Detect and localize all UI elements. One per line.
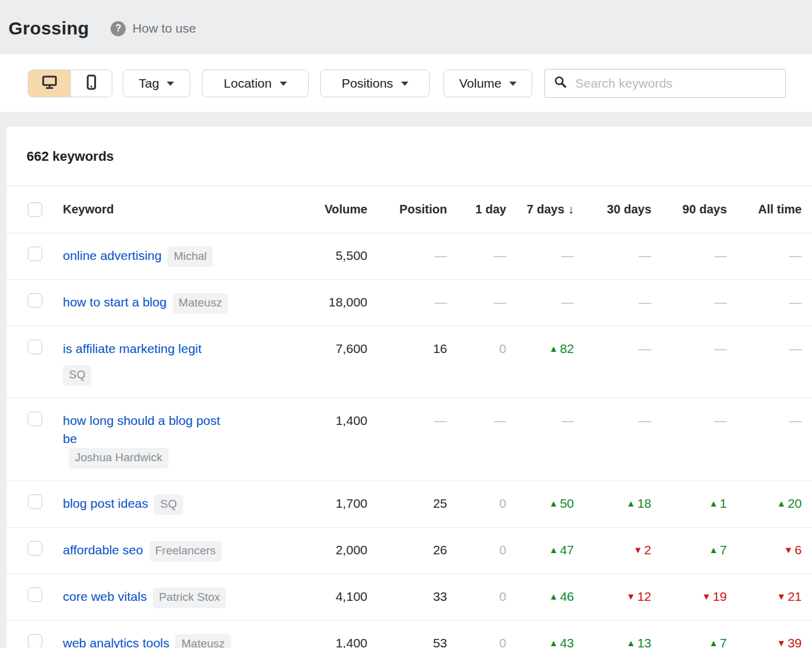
position-cell: 26	[367, 541, 447, 560]
row-checkbox[interactable]	[28, 247, 42, 261]
row-checkbox[interactable]	[28, 588, 42, 602]
keyword-tag: Patrick Stox	[153, 588, 226, 608]
keyword-cell: core web vitalsPatrick Stox	[63, 588, 288, 608]
keyword-tag: Joshua Hardwick	[69, 448, 169, 468]
row-checkbox[interactable]	[28, 340, 42, 354]
keyword-link[interactable]: is affiliate marketing legit	[63, 342, 202, 355]
keyword-link[interactable]: affordable seo	[63, 543, 143, 557]
alltime-change-cell: ▼6	[727, 541, 802, 560]
keyword-tag: SQ	[63, 365, 91, 386]
desktop-icon	[41, 74, 58, 92]
30days-change-cell: —	[574, 412, 651, 431]
column-header-volume[interactable]: Volume	[288, 202, 367, 216]
volume-cell: 1,700	[288, 494, 367, 513]
1day-change-cell: 0	[447, 541, 506, 560]
30days-change-cell: ▲18	[574, 494, 651, 514]
filter-toolbar: Tag Location Positions Volume	[0, 54, 812, 112]
7days-change-cell: ▲82	[506, 340, 574, 359]
7days-change-cell: ▲50	[506, 494, 574, 514]
column-header-alltime[interactable]: All time	[727, 202, 802, 216]
device-toggle-mobile[interactable]	[70, 70, 112, 97]
90days-change-cell: ▲7	[651, 634, 727, 648]
tag-filter-label: Tag	[139, 76, 160, 91]
position-cell: 33	[367, 588, 447, 607]
90days-change-cell: —	[651, 412, 727, 431]
volume-cell: 7,600	[288, 340, 367, 358]
row-checkbox[interactable]	[28, 494, 42, 509]
search-icon	[553, 75, 567, 91]
device-toggle-desktop[interactable]	[28, 70, 70, 97]
how-to-use-link[interactable]: ? How to use	[111, 21, 196, 36]
table-row: web analytics toolsMateusz 1,400 53 0 ▲4…	[7, 621, 812, 648]
column-header-1day[interactable]: 1 day	[447, 202, 506, 216]
question-mark-icon: ?	[111, 21, 126, 36]
trend-arrow-icon: ▲	[627, 638, 636, 648]
volume-cell: 1,400	[288, 634, 367, 648]
keyword-link[interactable]: online advertising	[63, 248, 161, 262]
90days-change-cell: —	[651, 247, 727, 266]
alltime-change-cell: —	[727, 247, 802, 266]
how-to-use-label: How to use	[132, 21, 196, 36]
7days-change-cell: —	[506, 412, 574, 431]
title-bar: Grossing ? How to use	[0, 0, 812, 54]
trend-arrow-icon: ▲	[709, 498, 718, 508]
volume-cell: 1,400	[288, 412, 367, 430]
7days-change-cell: ▲47	[506, 541, 574, 560]
7days-change-cell: —	[506, 247, 574, 266]
position-cell: 16	[367, 340, 447, 359]
trend-arrow-icon: ▲	[549, 498, 558, 508]
rank-tracker-page: Grossing ? How to use	[0, 0, 812, 648]
keyword-link[interactable]: how long should a blog post be	[63, 412, 232, 448]
keyword-link[interactable]: core web vitals	[63, 589, 147, 603]
column-header-position[interactable]: Position	[367, 202, 447, 216]
table-row: how to start a blogMateusz 18,000 — — — …	[7, 280, 812, 326]
table-row: core web vitalsPatrick Stox 4,100 33 0 ▲…	[7, 574, 812, 621]
volume-cell: 2,000	[288, 541, 367, 559]
keyword-link[interactable]: how to start a blog	[63, 295, 167, 309]
position-cell: —	[367, 293, 447, 313]
30days-change-cell: —	[574, 293, 651, 313]
keyword-cell: web analytics toolsMateusz	[63, 634, 288, 648]
trend-arrow-icon: ▼	[777, 638, 786, 648]
row-checkbox[interactable]	[28, 541, 42, 556]
positions-filter-button[interactable]: Positions	[320, 70, 430, 97]
table-row: how long should a blog post beJoshua Har…	[7, 398, 812, 481]
7days-change-cell: ▲43	[506, 634, 574, 648]
volume-cell: 5,500	[288, 247, 367, 265]
keyword-search-box	[544, 69, 786, 98]
row-checkbox[interactable]	[28, 634, 42, 648]
keywords-table-card: 662 keywords Keyword Volume Position 1 d…	[7, 127, 812, 648]
trend-arrow-icon: ▼	[777, 591, 786, 601]
keyword-link[interactable]: blog post ideas	[63, 496, 148, 510]
keyword-link[interactable]: web analytics tools	[63, 636, 169, 648]
column-header-keyword[interactable]: Keyword	[63, 202, 288, 216]
row-checkbox[interactable]	[28, 412, 42, 426]
volume-filter-button[interactable]: Volume	[443, 70, 532, 97]
trend-arrow-icon: ▼	[627, 591, 636, 601]
keyword-tag: Mateusz	[175, 634, 231, 648]
column-header-30days[interactable]: 30 days	[574, 202, 651, 216]
column-header-7days-sorted[interactable]: 7 days↓	[506, 202, 574, 216]
tag-filter-button[interactable]: Tag	[123, 70, 190, 97]
column-header-90days[interactable]: 90 days	[651, 202, 727, 216]
volume-cell: 18,000	[288, 293, 367, 311]
trend-arrow-icon: ▲	[627, 498, 636, 508]
30days-change-cell: —	[574, 340, 651, 359]
alltime-change-cell: —	[727, 340, 802, 359]
keyword-cell: online advertisingMichal	[63, 247, 288, 267]
keyword-cell: affordable seoFreelancers	[63, 541, 288, 562]
search-input[interactable]	[575, 76, 777, 91]
trend-arrow-icon: ▲	[549, 343, 558, 354]
alltime-change-cell: ▼39	[727, 634, 802, 648]
alltime-change-cell: ▼21	[727, 588, 802, 607]
chevron-down-icon	[167, 82, 174, 86]
keyword-count-row: 662 keywords	[7, 127, 812, 186]
select-all-checkbox[interactable]	[28, 202, 42, 217]
chevron-down-icon	[280, 82, 287, 86]
location-filter-button[interactable]: Location	[202, 70, 309, 97]
row-checkbox[interactable]	[28, 293, 42, 308]
location-filter-label: Location	[224, 76, 271, 91]
mobile-icon	[83, 74, 100, 92]
trend-arrow-icon: ▼	[784, 545, 793, 555]
30days-change-cell: —	[574, 247, 651, 266]
